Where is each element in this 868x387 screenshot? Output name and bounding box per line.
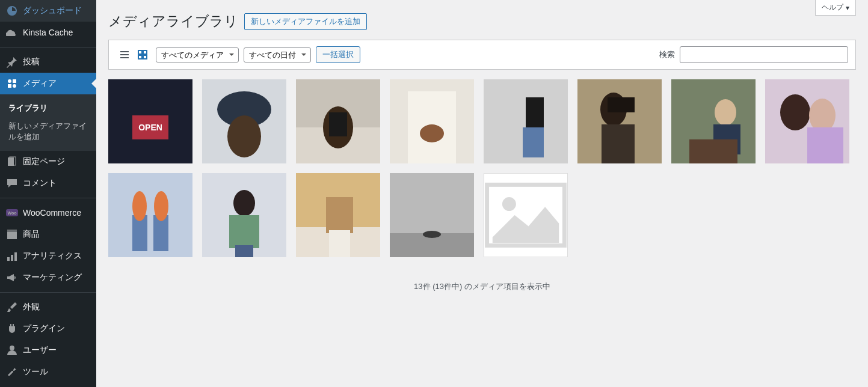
cloud-icon — [6, 26, 18, 38]
sidebar-label: WooCommerce — [23, 208, 81, 218]
sidebar-label: プラグイン — [23, 323, 65, 334]
svg-rect-63 — [235, 245, 253, 257]
sidebar-label: アナリティクス — [23, 251, 82, 261]
sidebar-item-settings[interactable]: 設定 — [0, 383, 96, 387]
media-item[interactable] — [390, 79, 474, 163]
help-button[interactable]: ヘルプ ▾ — [815, 0, 856, 16]
sidebar-item-marketing[interactable]: マーケティング — [0, 267, 96, 288]
media-item[interactable] — [765, 79, 849, 163]
svg-rect-36 — [329, 112, 347, 136]
sidebar-item-analytics[interactable]: アナリティクス — [0, 245, 96, 267]
svg-rect-9 — [7, 230, 17, 232]
sidebar-item-kinsta[interactable]: Kinsta Cache — [0, 22, 96, 43]
sidebar-item-comments[interactable]: コメント — [0, 172, 96, 194]
svg-rect-25 — [138, 55, 142, 59]
media-item[interactable] — [484, 79, 568, 163]
woo-icon: Woo — [6, 207, 18, 219]
list-view-button[interactable] — [116, 46, 133, 63]
page-header: メディアライブラリ 新しいメディアファイルを追加 — [108, 12, 856, 31]
media-item[interactable] — [202, 79, 286, 163]
sidebar-item-users[interactable]: ユーザー — [0, 340, 96, 361]
svg-rect-50 — [689, 139, 737, 163]
sidebar-item-dashboard[interactable]: ダッシュボード — [0, 0, 96, 22]
svg-rect-45 — [608, 97, 635, 112]
media-item[interactable] — [671, 79, 756, 163]
sidebar-item-products[interactable]: 商品 — [0, 224, 96, 245]
grid-view-button[interactable] — [134, 46, 151, 63]
svg-rect-23 — [138, 50, 142, 54]
brush-icon — [6, 301, 18, 313]
main-content: ヘルプ ▾ メディアライブラリ 新しいメディアファイルを追加 すべてのメディア … — [96, 0, 868, 387]
media-item[interactable]: OPEN — [108, 79, 192, 163]
sidebar-separator — [0, 292, 96, 293]
svg-rect-67 — [329, 230, 350, 257]
media-filter-select[interactable]: すべてのメディア — [156, 47, 239, 62]
svg-point-53 — [809, 99, 836, 132]
sidebar-item-woocommerce[interactable]: Woo WooCommerce — [0, 202, 96, 224]
sidebar-item-media[interactable]: メディア — [0, 73, 96, 94]
comment-icon — [6, 177, 18, 189]
svg-rect-42 — [523, 127, 544, 157]
analytics-icon — [6, 250, 18, 262]
svg-point-61 — [233, 190, 255, 216]
filter-bar: すべてのメディア すべての日付 一括選択 検索 — [108, 40, 856, 70]
bulk-select-button[interactable]: 一括選択 — [316, 46, 360, 63]
sidebar-item-pages[interactable]: 固定ページ — [0, 151, 96, 172]
dashboard-icon — [6, 5, 18, 17]
svg-rect-1 — [13, 79, 16, 83]
date-filter-select[interactable]: すべての日付 — [244, 47, 311, 62]
svg-rect-54 — [807, 127, 843, 163]
sidebar-label: メディア — [23, 78, 57, 89]
svg-rect-66 — [326, 197, 353, 233]
sidebar-item-appearance[interactable]: 外観 — [0, 296, 96, 318]
submenu-item-library[interactable]: ライブラリ — [0, 99, 96, 117]
sidebar-label: マーケティング — [23, 272, 82, 283]
svg-rect-24 — [143, 50, 147, 54]
media-item[interactable] — [390, 173, 474, 257]
media-item[interactable] — [296, 79, 380, 163]
media-item[interactable] — [108, 173, 192, 257]
media-item-placeholder[interactable] — [484, 173, 568, 257]
svg-point-32 — [227, 115, 261, 157]
view-toggle — [116, 46, 151, 63]
svg-rect-62 — [229, 215, 259, 248]
sidebar-label: 商品 — [23, 229, 40, 240]
search-input[interactable] — [680, 46, 848, 63]
svg-rect-2 — [8, 84, 11, 88]
add-new-button[interactable]: 新しいメディアファイルを追加 — [244, 13, 367, 30]
svg-text:OPEN: OPEN — [138, 123, 162, 132]
svg-point-39 — [420, 124, 444, 142]
sidebar-submenu: ライブラリ 新しいメディアファイルを追加 — [0, 94, 96, 151]
media-item[interactable] — [296, 173, 380, 257]
sidebar-label: 固定ページ — [23, 156, 65, 167]
svg-point-0 — [8, 79, 11, 83]
list-icon — [119, 49, 131, 61]
sidebar-item-tools[interactable]: ツール — [0, 361, 96, 383]
sidebar-label: ダッシュボード — [23, 5, 82, 16]
sidebar-separator — [0, 198, 96, 198]
page-title: メディアライブラリ — [108, 12, 238, 31]
media-item[interactable] — [202, 173, 286, 257]
submenu-item-add-new[interactable]: 新しいメディアファイルを追加 — [0, 117, 96, 146]
svg-point-72 — [502, 197, 516, 211]
media-icon — [6, 78, 18, 90]
svg-point-70 — [423, 231, 441, 238]
media-grid: OPEN — [108, 79, 856, 257]
sidebar-label: ツール — [23, 367, 48, 377]
box-icon — [6, 228, 18, 240]
sidebar-item-posts[interactable]: 投稿 — [0, 51, 96, 73]
search-wrap: 検索 — [659, 46, 848, 63]
sidebar-separator — [0, 47, 96, 47]
pin-icon — [6, 56, 18, 68]
plug-icon — [6, 323, 18, 335]
svg-point-59 — [154, 191, 168, 221]
svg-point-13 — [10, 346, 14, 350]
grid-icon — [137, 49, 149, 61]
admin-sidebar: ダッシュボード Kinsta Cache 投稿 メディア ライブラリ 新しいメデ… — [0, 0, 96, 387]
chevron-down-icon: ▾ — [846, 4, 849, 12]
svg-point-3 — [13, 84, 16, 88]
media-item[interactable] — [577, 79, 662, 163]
sidebar-item-plugins[interactable]: プラグイン — [0, 318, 96, 340]
svg-rect-8 — [7, 232, 17, 239]
svg-rect-10 — [7, 257, 10, 261]
